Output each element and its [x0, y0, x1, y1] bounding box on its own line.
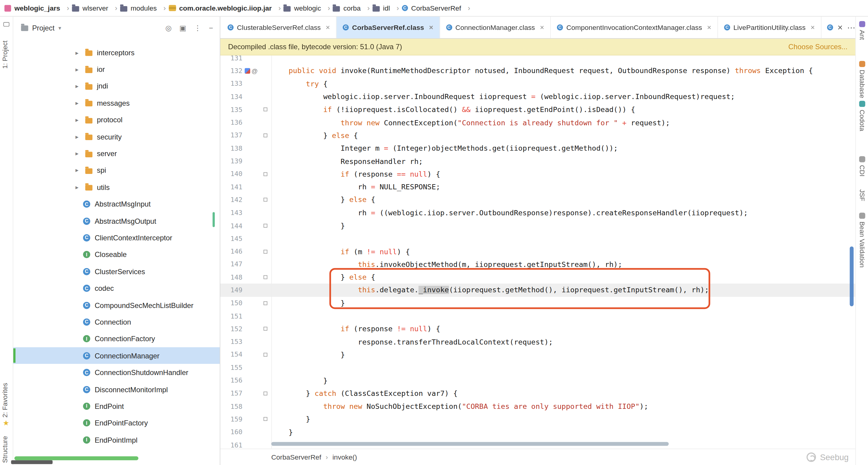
code-line-143[interactable]: 143 rh = ((weblogic.iiop.server.Outbound…	[220, 206, 855, 219]
bytecode-icon[interactable]	[245, 68, 250, 74]
tool-button-database[interactable]: Database	[856, 61, 868, 100]
tool-button-cdi[interactable]: CDI	[856, 156, 868, 179]
tool-button-2-favorites[interactable]: 2: Favorites	[1, 380, 12, 417]
tree-class-AbstractMsgInput[interactable]: AbstractMsgInput	[13, 196, 220, 212]
line-number[interactable]: 134	[220, 93, 242, 100]
close-icon[interactable]: ×	[707, 23, 711, 32]
close-icon[interactable]: ×	[811, 23, 815, 32]
line-number[interactable]: 138	[220, 144, 242, 152]
code-line-139[interactable]: 139 ResponseHandler rh;	[220, 154, 855, 168]
chevron-right-icon[interactable]: ▸	[73, 133, 81, 140]
project-tree-vscrollbar[interactable]	[213, 212, 215, 227]
code-line-146[interactable]: 146 if (m != null) {	[220, 245, 855, 258]
chevron-right-icon[interactable]: ▸	[73, 167, 81, 174]
more-options-icon[interactable]: ⋮	[194, 24, 201, 32]
line-number[interactable]: 139	[220, 157, 242, 165]
breadcrumb-item[interactable]: CorbaServerRef›	[402, 4, 472, 12]
code-line-149[interactable]: 149 this.delegate._invoke(iioprequest.ge…	[220, 284, 855, 297]
breadcrumb-item[interactable]: com.oracle.weblogic.iiop.jar›	[169, 4, 282, 12]
breadcrumb-item[interactable]: weblogic›	[284, 4, 332, 12]
line-number[interactable]: 159	[220, 415, 242, 423]
code-line-156[interactable]: 156 }	[220, 374, 855, 387]
code-line-131[interactable]: 131	[220, 55, 855, 64]
line-number[interactable]: 158	[220, 403, 242, 410]
line-number[interactable]: 131	[220, 55, 242, 62]
line-number[interactable]: 144	[220, 222, 242, 230]
tool-button-structure[interactable]: Structure	[1, 431, 12, 463]
fold-marker-icon[interactable]	[263, 327, 267, 331]
line-number[interactable]: 155	[220, 364, 242, 372]
line-number[interactable]: 160	[220, 428, 242, 436]
line-number[interactable]: 133	[220, 80, 242, 88]
locate-icon[interactable]: ◎	[165, 24, 172, 32]
tree-class-ClusterServices[interactable]: ClusterServices	[13, 263, 220, 280]
code-line-145[interactable]: 145	[220, 232, 855, 245]
tab-connectionmanager-class[interactable]: ConnectionManager.class×	[440, 17, 551, 38]
fold-marker-icon[interactable]	[263, 198, 267, 202]
breadcrumb-item[interactable]: weblogic_jars›	[4, 4, 71, 12]
breadcrumb-item[interactable]: corba›	[333, 4, 372, 12]
tab-corbaserverref-class[interactable]: CorbaServerRef.class×	[337, 17, 440, 38]
chevron-right-icon[interactable]: ▸	[73, 100, 81, 107]
line-number[interactable]: 151	[220, 312, 242, 320]
tree-class-EndPointFactory[interactable]: EndPointFactory	[13, 414, 220, 432]
line-number[interactable]: 146	[220, 248, 242, 256]
line-number[interactable]: 135	[220, 106, 242, 114]
line-number[interactable]: 143	[220, 209, 242, 217]
code-line-132[interactable]: 132@ public void invoke(RuntimeMethodDes…	[220, 64, 855, 77]
close-icon[interactable]: ×	[326, 23, 330, 32]
code-line-157[interactable]: 157 } catch (ClassCastException var7) {	[220, 387, 855, 400]
code-line-134[interactable]: 134 weblogic.iiop.server.InboundRequest …	[220, 90, 855, 103]
code-line-140[interactable]: 140 if (response == null) {	[220, 168, 855, 180]
tree-class-EndPoint[interactable]: EndPoint	[13, 398, 220, 414]
fold-marker-icon[interactable]	[263, 275, 267, 279]
tree-folder-ior[interactable]: ▸ior	[13, 61, 220, 78]
tab-livepartitionutility-class[interactable]: LivePartitionUtility.class×	[718, 17, 822, 38]
tab-clusterableserverref-class[interactable]: ClusterableServerRef.class×	[221, 17, 337, 38]
tree-class-ConnectionShutdownHandler[interactable]: ConnectionShutdownHandler	[13, 364, 220, 381]
code-line-159[interactable]: 159 }	[220, 413, 855, 426]
chevron-right-icon[interactable]: ▸	[73, 66, 81, 73]
more-tabs-icon[interactable]: ⋯	[847, 22, 856, 32]
fold-marker-icon[interactable]	[263, 250, 267, 253]
tree-folder-security[interactable]: ▸security	[13, 128, 220, 145]
line-number[interactable]: 147	[220, 261, 242, 268]
code-line-150[interactable]: 150 }	[220, 296, 855, 310]
chevron-right-icon[interactable]: ▸	[73, 83, 81, 90]
line-number[interactable]: 142	[220, 196, 242, 204]
hide-panel-icon[interactable]: −	[209, 24, 213, 32]
line-number[interactable]: 161	[220, 441, 242, 449]
tree-class-Closeable[interactable]: Closeable	[13, 246, 220, 263]
tab-componentinvocationcontextmanager-class[interactable]: ComponentInvocationContextManager.class×	[551, 17, 718, 38]
line-number[interactable]: 149	[220, 286, 242, 294]
line-number[interactable]: 141	[220, 183, 242, 191]
project-tree-hscrollbar[interactable]	[14, 456, 138, 460]
tool-button-1-project[interactable]: 1: Project	[1, 31, 12, 69]
code-line-154[interactable]: 154 }	[220, 348, 855, 361]
tree-class-EndPointImpl[interactable]: EndPointImpl	[13, 432, 220, 448]
code-line-148[interactable]: 148 } else {	[220, 271, 855, 284]
tree-folder-protocol[interactable]: ▸protocol	[13, 112, 220, 128]
fold-marker-icon[interactable]	[263, 417, 267, 421]
line-number[interactable]: 132	[220, 67, 242, 75]
tree-folder-messages[interactable]: ▸messages	[13, 95, 220, 112]
breadcrumb-item[interactable]: modules›	[120, 4, 167, 12]
code-line-137[interactable]: 137 } else {	[220, 129, 855, 142]
code-line-136[interactable]: 136 throw new ConnectException("Connecti…	[220, 116, 855, 129]
line-number[interactable]: 140	[220, 170, 242, 178]
code-line-138[interactable]: 138 Integer m = (Integer)objectMethods.g…	[220, 142, 855, 155]
code-line-151[interactable]: 151	[220, 310, 855, 322]
line-number[interactable]: 153	[220, 338, 242, 346]
code-line-153[interactable]: 153 response.transferThreadLocalContext(…	[220, 336, 855, 348]
fold-marker-icon[interactable]	[263, 224, 267, 228]
fold-marker-icon[interactable]	[263, 301, 267, 305]
fold-marker-icon[interactable]	[263, 391, 267, 396]
fold-marker-icon[interactable]	[263, 134, 267, 137]
breadcrumb-method[interactable]: invoke()	[332, 453, 357, 461]
close-icon[interactable]: ×	[838, 22, 843, 32]
tree-class-DisconnectMonitorImpl[interactable]: DisconnectMonitorImpl	[13, 381, 220, 398]
code-line-142[interactable]: 142 } else {	[220, 194, 855, 206]
breadcrumb-item[interactable]: wlserver›	[72, 4, 119, 12]
editor-hscrollbar[interactable]	[271, 442, 669, 446]
line-number[interactable]: 154	[220, 351, 242, 359]
